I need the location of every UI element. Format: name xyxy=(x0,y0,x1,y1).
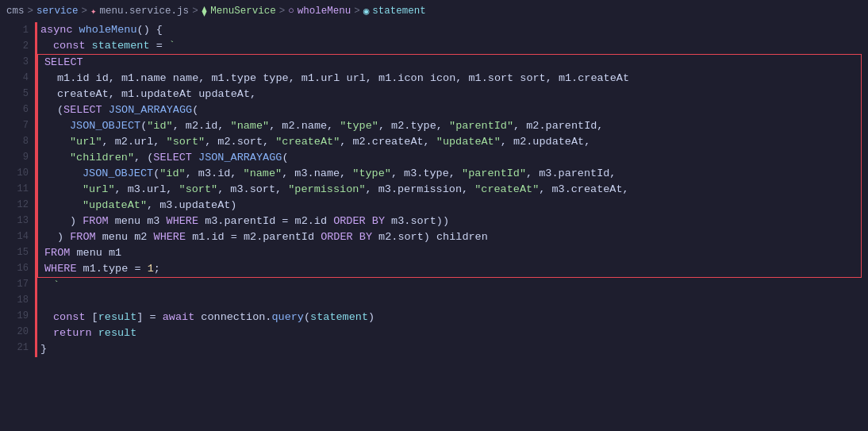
sql-line-subselect1: (SELECT JSON_ARRAYAGG( xyxy=(38,102,861,118)
bc-class-icon: ⧫ xyxy=(202,5,208,17)
sql-line-from-m1: FROM menu m1 xyxy=(38,245,861,261)
line-numbers: 1 2 3 4 5 6 7 8 9 10 11 12 13 14 15 16 1… xyxy=(0,22,35,357)
bc-varname: statement xyxy=(372,6,426,17)
code-line-1: async wholeMenu() { xyxy=(37,22,868,38)
code-line-result: const [result] = await connection.query(… xyxy=(37,310,868,325)
breadcrumb: cms > service > ✦ menu.service.js > ⧫ Me… xyxy=(0,0,868,22)
sql-line-json-object2: JSON_OBJECT("id", m3.id, "name", m3.name… xyxy=(38,166,861,182)
bc-classname: MenuService xyxy=(210,6,276,17)
code-line-return: return result xyxy=(37,325,868,341)
code-content: async wholeMenu() { const statement = ` … xyxy=(37,22,868,357)
bc-filename: menu.service.js xyxy=(100,6,190,17)
sql-highlighted-block: SELECT m1.id id, m1.name name, m1.type t… xyxy=(37,54,862,278)
sql-line-from-m2: ) FROM menu m2 WHERE m1.id = m2.parentId… xyxy=(38,229,861,245)
sql-line-children: "children", (SELECT JSON_ARRAYAGG( xyxy=(38,150,861,166)
sql-line-json-object1: JSON_OBJECT("id", m2.id, "name", m2.name… xyxy=(38,118,861,134)
sql-line-where: WHERE m1.type = 1; xyxy=(38,261,861,277)
bc-service: service xyxy=(36,6,79,17)
sql-line-url2: "url", m3.url, "sort", m3.sort, "permiss… xyxy=(38,182,861,198)
editor-container: cms > service > ✦ menu.service.js > ⧫ Me… xyxy=(0,0,868,431)
sql-line-from-m3: ) FROM menu m3 WHERE m3.parentId = m2.id… xyxy=(38,214,861,229)
sql-line-createat: createAt, m1.updateAt updateAt, xyxy=(38,87,861,102)
code-line-2: const statement = ` xyxy=(37,38,868,54)
sql-line-updateat: "updateAt", m3.updateAt) xyxy=(38,198,861,214)
sql-line-select: SELECT xyxy=(38,55,861,71)
bc-methodname: wholeMenu xyxy=(298,6,351,17)
bc-method-icon: ○ xyxy=(288,6,294,17)
sql-line-url-sort: "url", m2.url, "sort", m2.sort, "createA… xyxy=(38,134,861,150)
sql-line-m1-fields: m1.id id, m1.name name, m1.type type, m1… xyxy=(38,71,861,87)
code-line-blank xyxy=(37,294,868,310)
code-line-backtick: ` xyxy=(37,278,868,294)
bc-file-icon: ✦ xyxy=(90,5,97,17)
code-line-closing-brace: } xyxy=(37,341,868,357)
bc-var-icon: ◉ xyxy=(363,5,370,17)
bc-cms: cms xyxy=(6,6,25,17)
code-editor[interactable]: 1 2 3 4 5 6 7 8 9 10 11 12 13 14 15 16 1… xyxy=(0,22,868,431)
